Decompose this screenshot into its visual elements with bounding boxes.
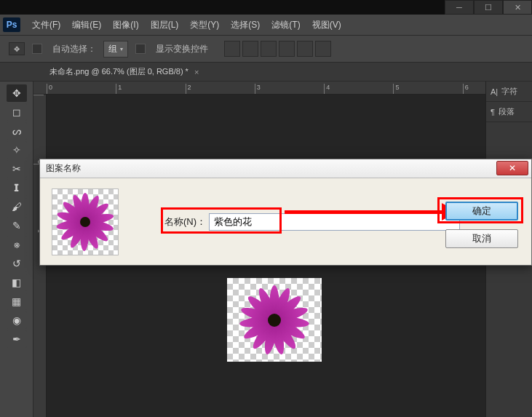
ruler-mark: 0 — [47, 84, 116, 94]
name-row: 名称(N)： — [164, 213, 460, 231]
eyedropper-tool[interactable]: 𝗜 — [7, 179, 27, 196]
pattern-name-dialog: 图案名称 ✕ — [39, 159, 532, 266]
show-transform-checkbox[interactable] — [135, 44, 148, 55]
menu-type[interactable]: 类型(Y) — [184, 19, 225, 31]
menu-file[interactable]: 文件(F) — [26, 19, 66, 31]
document-tab-bar: 未命名.png @ 66.7% (图层 0, RGB/8) * × — [0, 63, 532, 82]
pen-tool[interactable]: ✒ — [7, 330, 27, 348]
panel-label: 字符 — [501, 86, 517, 97]
lasso-tool[interactable]: ᔕ — [7, 122, 27, 140]
menu-view[interactable]: 视图(V) — [306, 19, 347, 31]
gradient-tool[interactable]: ▦ — [7, 293, 27, 310]
menu-layer[interactable]: 图层(L) — [145, 19, 185, 31]
blur-tool[interactable]: ◉ — [7, 311, 27, 329]
ruler-mark: 4 — [324, 84, 393, 94]
align-bottom-icon[interactable] — [261, 41, 277, 57]
ruler-mark: 0 — [33, 95, 44, 164]
name-input[interactable] — [209, 213, 460, 231]
clone-stamp-tool[interactable]: ⎈ — [7, 236, 27, 253]
window-close-button[interactable]: ✕ — [503, 0, 532, 15]
align-right-icon[interactable] — [315, 41, 331, 57]
minimize-button[interactable]: ─ — [445, 0, 474, 15]
auto-select-value: 组 — [108, 43, 117, 55]
align-vcenter-icon[interactable] — [242, 41, 258, 57]
eraser-tool[interactable]: ◧ — [7, 274, 27, 291]
ruler-mark: 2 — [186, 84, 255, 94]
menu-filter[interactable]: 滤镜(T) — [266, 19, 306, 31]
window-title-bar: ─ ☐ ✕ — [0, 0, 532, 15]
menu-image[interactable]: 图像(I) — [107, 19, 144, 31]
marquee-tool[interactable]: ◻ — [7, 103, 27, 121]
dropdown-triangle-icon: ▾ — [120, 46, 123, 52]
maximize-button[interactable]: ☐ — [474, 0, 503, 15]
history-brush-tool[interactable]: ↺ — [7, 255, 27, 272]
menu-edit[interactable]: 编辑(E) — [66, 19, 107, 31]
dialog-title: 图案名称 — [46, 162, 81, 175]
dialog-close-button[interactable]: ✕ — [496, 161, 528, 175]
dialog-buttons: 确定 取消 — [445, 202, 518, 248]
magic-wand-tool[interactable]: ✧ — [7, 141, 27, 159]
crop-tool[interactable]: ✂ — [7, 160, 27, 178]
ruler-mark: 1 — [116, 84, 185, 94]
document-tab[interactable]: 未命名.png @ 66.7% (图层 0, RGB/8) * × — [49, 66, 199, 77]
align-left-icon[interactable] — [279, 41, 295, 57]
flower-graphic — [238, 284, 311, 357]
dialog-title-bar[interactable]: 图案名称 ✕ — [40, 159, 531, 178]
move-tool[interactable]: ✥ — [7, 84, 27, 102]
name-label: 名称(N)： — [164, 215, 206, 229]
align-top-icon[interactable] — [224, 41, 240, 57]
character-icon: A| — [491, 87, 498, 96]
ruler-mark: 5 — [393, 84, 462, 94]
cancel-button[interactable]: 取消 — [445, 229, 518, 248]
ruler-horizontal: 0 1 2 3 4 5 6 — [33, 82, 532, 95]
ok-button[interactable]: 确定 — [445, 202, 518, 221]
paragraph-panel-tab[interactable]: ¶ 段落 — [486, 102, 532, 122]
healing-brush-tool[interactable]: ✎ — [7, 217, 27, 234]
panel-label: 段落 — [499, 106, 515, 117]
document-tab-title: 未命名.png @ 66.7% (图层 0, RGB/8) * — [49, 66, 188, 77]
auto-select-dropdown[interactable]: 组 ▾ — [103, 41, 128, 57]
align-hcenter-icon[interactable] — [297, 41, 313, 57]
auto-select-label: 自动选择： — [52, 43, 96, 55]
app-logo: Ps — [3, 17, 20, 32]
alignment-icons-group — [224, 41, 331, 57]
show-transform-label: 显示变换控件 — [156, 43, 208, 55]
character-panel-tab[interactable]: A| 字符 — [486, 82, 532, 102]
window-controls: ─ ☐ ✕ — [445, 0, 532, 15]
photoshop-window: ─ ☐ ✕ Ps 文件(F) 编辑(E) 图像(I) 图层(L) 类型(Y) 选… — [0, 0, 532, 417]
paragraph-icon: ¶ — [491, 108, 495, 116]
move-tool-indicator-icon: ✥ — [9, 42, 25, 55]
flower-graphic — [56, 193, 114, 251]
pattern-thumbnail — [52, 188, 119, 255]
canvas-image — [227, 278, 322, 362]
dialog-body: 名称(N)： 确定 取消 — [40, 178, 531, 266]
document-tab-close-icon[interactable]: × — [194, 68, 199, 76]
auto-select-checkbox[interactable] — [32, 44, 45, 55]
menu-bar: Ps 文件(F) 编辑(E) 图像(I) 图层(L) 类型(Y) 选择(S) 滤… — [0, 15, 532, 35]
menu-select[interactable]: 选择(S) — [225, 19, 266, 31]
brush-tool[interactable]: 🖌 — [7, 198, 27, 215]
ruler-mark: 3 — [255, 84, 324, 94]
toolbox: ✥ ◻ ᔕ ✧ ✂ 𝗜 🖌 ✎ ⎈ ↺ ◧ ▦ ◉ ✒ — [0, 82, 33, 417]
options-bar: ✥ 自动选择： 组 ▾ 显示变换控件 — [0, 35, 532, 63]
